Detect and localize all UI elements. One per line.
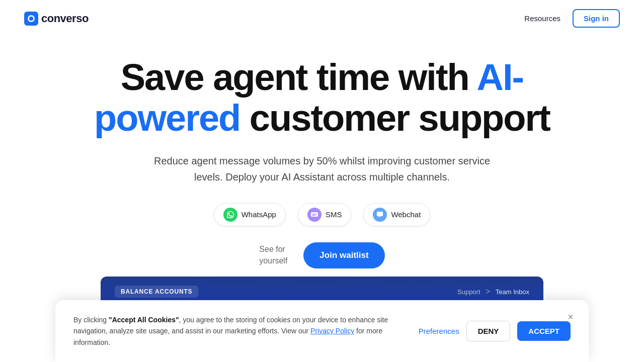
cta-row: See for yourself Join waitlist [50, 242, 594, 268]
cookie-banner: By clicking "Accept All Cookies", you ag… [55, 300, 589, 362]
signin-button[interactable]: Sign in [573, 9, 620, 28]
hero-subtitle: Reduce agent message volumes by 50% whil… [141, 153, 503, 185]
nav-right: Resources Sign in [524, 9, 620, 28]
navigation: converso Resources Sign in [0, 0, 644, 37]
cookie-text: By clicking "Accept All Cookies", you ag… [73, 314, 403, 348]
sms-label: SMS [326, 210, 342, 219]
support-inbox-path: Support > Team Inbox [457, 287, 529, 296]
channel-whatsapp[interactable]: WhatsApp [214, 203, 286, 226]
whatsapp-icon [223, 208, 237, 222]
logo-icon [24, 12, 38, 26]
whatsapp-label: WhatsApp [242, 210, 276, 219]
webchat-icon [373, 208, 387, 222]
cookie-text-bold: "Accept All Cookies" [109, 316, 179, 324]
preferences-button[interactable]: Preferences [419, 327, 459, 335]
hero-title-part2: customer support [240, 97, 550, 139]
svg-point-2 [29, 17, 33, 21]
join-waitlist-button[interactable]: Join waitlist [303, 242, 384, 268]
inbox-label: Team Inbox [496, 288, 529, 296]
hero-section: Save agent time with AI-powered customer… [0, 37, 644, 268]
support-label: Support [457, 288, 480, 296]
sms-icon [307, 208, 321, 222]
channel-list: WhatsApp SMS Webchat [50, 203, 594, 226]
hero-title-part1: Save agent time with [121, 56, 477, 98]
webchat-label: Webchat [391, 210, 421, 219]
see-for-yourself-text: See for yourself [259, 244, 287, 266]
resources-link[interactable]: Resources [524, 14, 560, 23]
logo[interactable]: converso [24, 12, 89, 26]
cookie-text-start: By clicking [73, 316, 109, 324]
channel-sms[interactable]: SMS [298, 203, 352, 226]
cookie-actions: Preferences DENY ACCEPT [419, 321, 571, 341]
privacy-policy-link[interactable]: Privacy Policy [310, 327, 354, 335]
logo-text: converso [41, 12, 89, 25]
balance-accounts-badge: BALANCE ACCOUNTS [115, 286, 198, 298]
deny-button[interactable]: DENY [466, 321, 511, 341]
channel-webchat[interactable]: Webchat [363, 203, 430, 226]
close-cookie-banner-button[interactable]: × [562, 309, 579, 325]
hero-title: Save agent time with AI-powered customer… [70, 57, 574, 139]
path-separator: > [486, 287, 490, 296]
accept-button[interactable]: ACCEPT [517, 321, 571, 341]
